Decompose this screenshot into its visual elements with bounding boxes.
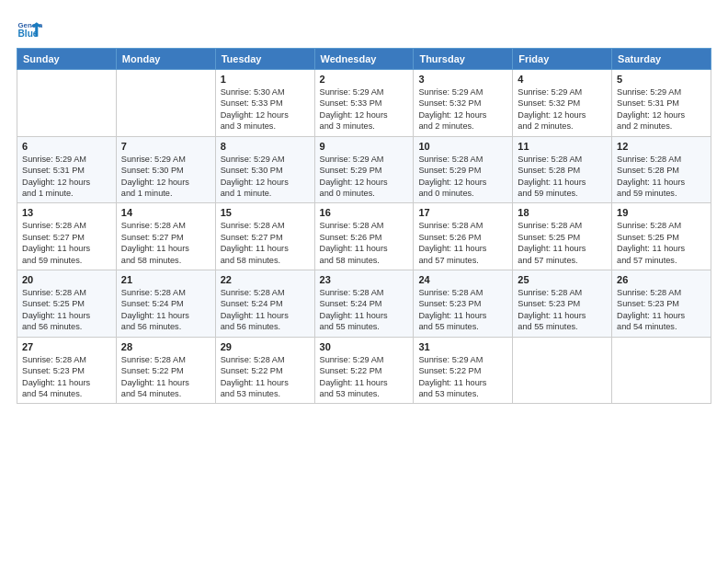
day-info: Sunrise: 5:28 AM Sunset: 5:26 PM Dayligh… [320,220,409,266]
day-info: Sunrise: 5:28 AM Sunset: 5:27 PM Dayligh… [121,220,210,266]
day-info: Sunrise: 5:28 AM Sunset: 5:23 PM Dayligh… [518,287,607,333]
day-info: Sunrise: 5:28 AM Sunset: 5:25 PM Dayligh… [518,220,607,266]
calendar-cell: 25Sunrise: 5:28 AM Sunset: 5:23 PM Dayli… [513,270,612,338]
day-number: 13 [22,207,111,218]
day-info: Sunrise: 5:28 AM Sunset: 5:27 PM Dayligh… [22,220,111,266]
day-number: 22 [221,274,310,285]
day-number: 23 [320,274,409,285]
day-info: Sunrise: 5:28 AM Sunset: 5:23 PM Dayligh… [22,354,111,400]
day-number: 6 [22,141,111,152]
day-info: Sunrise: 5:28 AM Sunset: 5:23 PM Dayligh… [418,287,507,333]
page: General Blue SundayMondayTuesdayWednesda… [0,0,728,413]
calendar-cell: 9Sunrise: 5:29 AM Sunset: 5:29 PM Daylig… [314,136,414,203]
day-info: Sunrise: 5:28 AM Sunset: 5:24 PM Dayligh… [221,287,310,333]
calendar-cell: 17Sunrise: 5:28 AM Sunset: 5:26 PM Dayli… [414,203,513,270]
day-info: Sunrise: 5:28 AM Sunset: 5:22 PM Dayligh… [221,354,310,400]
day-info: Sunrise: 5:28 AM Sunset: 5:23 PM Dayligh… [617,287,706,333]
day-number: 27 [22,341,111,352]
day-number: 26 [617,274,706,285]
day-info: Sunrise: 5:29 AM Sunset: 5:33 PM Dayligh… [320,86,409,132]
day-number: 10 [418,141,507,152]
calendar-table: SundayMondayTuesdayWednesdayThursdayFrid… [17,48,711,404]
calendar-cell: 5Sunrise: 5:29 AM Sunset: 5:31 PM Daylig… [612,70,711,137]
calendar-cell: 29Sunrise: 5:28 AM Sunset: 5:22 PM Dayli… [215,337,314,404]
day-number: 25 [518,274,607,285]
calendar-cell: 13Sunrise: 5:28 AM Sunset: 5:27 PM Dayli… [17,203,117,270]
calendar-cell: 1Sunrise: 5:30 AM Sunset: 5:33 PM Daylig… [215,70,314,137]
calendar-cell: 19Sunrise: 5:28 AM Sunset: 5:25 PM Dayli… [612,203,711,270]
day-info: Sunrise: 5:29 AM Sunset: 5:22 PM Dayligh… [320,354,409,400]
generalblue-logo-icon: General Blue [17,17,42,42]
day-info: Sunrise: 5:28 AM Sunset: 5:28 PM Dayligh… [617,154,706,200]
calendar-cell: 11Sunrise: 5:28 AM Sunset: 5:28 PM Dayli… [513,136,612,203]
day-number: 3 [418,74,507,85]
calendar-cell: 7Sunrise: 5:29 AM Sunset: 5:30 PM Daylig… [116,136,215,203]
calendar-cell: 27Sunrise: 5:28 AM Sunset: 5:23 PM Dayli… [17,337,117,404]
weekday-header-thursday: Thursday [414,49,513,70]
calendar-cell [513,337,612,404]
day-number: 28 [121,341,210,352]
day-number: 8 [221,141,310,152]
calendar-cell: 14Sunrise: 5:28 AM Sunset: 5:27 PM Dayli… [116,203,215,270]
day-number: 12 [617,141,706,152]
calendar-cell: 26Sunrise: 5:28 AM Sunset: 5:23 PM Dayli… [612,270,711,338]
weekday-header-monday: Monday [116,49,215,70]
day-number: 14 [121,207,210,218]
day-number: 1 [221,74,310,85]
day-number: 18 [518,207,607,218]
day-info: Sunrise: 5:29 AM Sunset: 5:30 PM Dayligh… [221,154,310,200]
calendar-cell: 22Sunrise: 5:28 AM Sunset: 5:24 PM Dayli… [215,270,314,338]
day-info: Sunrise: 5:28 AM Sunset: 5:29 PM Dayligh… [418,154,507,200]
day-number: 31 [418,341,507,352]
day-info: Sunrise: 5:28 AM Sunset: 5:22 PM Dayligh… [121,354,210,400]
weekday-header-friday: Friday [513,49,612,70]
day-number: 29 [221,341,310,352]
day-number: 11 [518,141,607,152]
day-info: Sunrise: 5:28 AM Sunset: 5:25 PM Dayligh… [617,220,706,266]
day-number: 17 [418,207,507,218]
calendar-cell [612,337,711,404]
calendar-cell [17,70,117,137]
day-number: 7 [121,141,210,152]
day-info: Sunrise: 5:29 AM Sunset: 5:30 PM Dayligh… [121,154,210,200]
day-number: 4 [518,74,607,85]
day-info: Sunrise: 5:29 AM Sunset: 5:31 PM Dayligh… [617,86,706,132]
day-number: 21 [121,274,210,285]
weekday-header-wednesday: Wednesday [314,49,414,70]
weekday-header-sunday: Sunday [17,49,117,70]
logo-container: General Blue [17,17,42,42]
day-info: Sunrise: 5:30 AM Sunset: 5:33 PM Dayligh… [221,86,310,132]
calendar-cell: 18Sunrise: 5:28 AM Sunset: 5:25 PM Dayli… [513,203,612,270]
calendar-week-row: 27Sunrise: 5:28 AM Sunset: 5:23 PM Dayli… [17,337,711,404]
calendar-cell: 2Sunrise: 5:29 AM Sunset: 5:33 PM Daylig… [314,70,414,137]
calendar-week-row: 20Sunrise: 5:28 AM Sunset: 5:25 PM Dayli… [17,270,711,338]
calendar-cell [116,70,215,137]
calendar-cell: 24Sunrise: 5:28 AM Sunset: 5:23 PM Dayli… [414,270,513,338]
calendar-cell: 28Sunrise: 5:28 AM Sunset: 5:22 PM Dayli… [116,337,215,404]
day-number: 2 [320,74,409,85]
calendar-cell: 3Sunrise: 5:29 AM Sunset: 5:32 PM Daylig… [414,70,513,137]
day-number: 24 [418,274,507,285]
day-info: Sunrise: 5:28 AM Sunset: 5:26 PM Dayligh… [418,220,507,266]
calendar-cell: 20Sunrise: 5:28 AM Sunset: 5:25 PM Dayli… [17,270,117,338]
day-number: 9 [320,141,409,152]
weekday-header-saturday: Saturday [612,49,711,70]
calendar-cell: 16Sunrise: 5:28 AM Sunset: 5:26 PM Dayli… [314,203,414,270]
day-number: 20 [22,274,111,285]
day-info: Sunrise: 5:29 AM Sunset: 5:32 PM Dayligh… [518,86,607,132]
day-info: Sunrise: 5:28 AM Sunset: 5:24 PM Dayligh… [121,287,210,333]
day-number: 19 [617,207,706,218]
calendar-cell: 10Sunrise: 5:28 AM Sunset: 5:29 PM Dayli… [414,136,513,203]
calendar-cell: 21Sunrise: 5:28 AM Sunset: 5:24 PM Dayli… [116,270,215,338]
calendar-cell: 15Sunrise: 5:28 AM Sunset: 5:27 PM Dayli… [215,203,314,270]
day-number: 16 [320,207,409,218]
day-info: Sunrise: 5:29 AM Sunset: 5:32 PM Dayligh… [418,86,507,132]
day-number: 5 [617,74,706,85]
calendar-cell: 8Sunrise: 5:29 AM Sunset: 5:30 PM Daylig… [215,136,314,203]
calendar-week-row: 6Sunrise: 5:29 AM Sunset: 5:31 PM Daylig… [17,136,711,203]
day-info: Sunrise: 5:29 AM Sunset: 5:22 PM Dayligh… [418,354,507,400]
day-info: Sunrise: 5:29 AM Sunset: 5:31 PM Dayligh… [22,154,111,200]
day-info: Sunrise: 5:29 AM Sunset: 5:29 PM Dayligh… [320,154,409,200]
calendar-week-row: 1Sunrise: 5:30 AM Sunset: 5:33 PM Daylig… [17,70,711,137]
calendar-cell: 4Sunrise: 5:29 AM Sunset: 5:32 PM Daylig… [513,70,612,137]
